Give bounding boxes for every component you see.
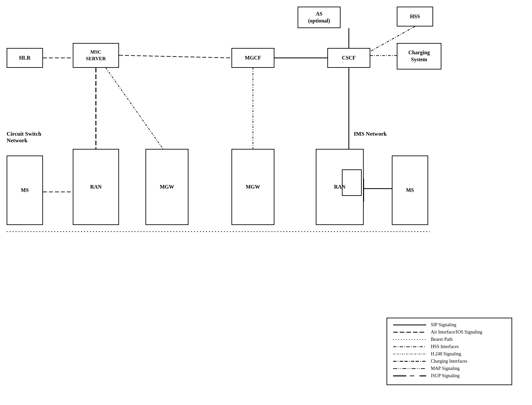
ms-right-node: MS <box>392 156 428 225</box>
charging-system-node: ChargingSystem <box>397 43 441 69</box>
hss-line-icon <box>393 344 426 349</box>
charging-label: Charging Interfaces <box>431 359 468 364</box>
ims-network-label: IMS Network <box>354 131 387 137</box>
legend-sip: SIP Signaling <box>393 322 506 328</box>
isup-line-icon <box>393 374 426 378</box>
hlr-node: HLR <box>7 48 43 68</box>
mgw-right-node: MGW <box>231 149 274 225</box>
ran-left-node: RAN <box>73 149 119 225</box>
as-node: AS(optional) <box>298 7 341 28</box>
legend-hss: HSS Interfaces <box>393 344 506 349</box>
map-label: MAP Signaling <box>431 366 460 371</box>
msc-server-node: MSCSERVER <box>73 43 119 68</box>
hss-label: HSS Interfaces <box>431 344 459 349</box>
circuit-switch-label: Circuit SwitchNetwork <box>7 131 41 144</box>
hss-node: HSS <box>397 7 433 26</box>
map-line-icon <box>393 366 426 371</box>
network-diagram: HLR MSCSERVER MGCF CSCF AS(optional) HSS… <box>0 0 532 405</box>
charging-line-icon <box>393 359 426 364</box>
legend-h248: H.248 Signaling <box>393 351 506 357</box>
bearer-label: Bearer Path <box>431 337 453 342</box>
legend-box: SIP Signaling Air Interface/IOS Signalin… <box>387 318 512 385</box>
air-label: Air Interface/IOS Signaling <box>431 330 482 335</box>
legend-air: Air Interface/IOS Signaling <box>393 330 506 335</box>
h248-label: H.248 Signaling <box>431 351 461 357</box>
air-line-icon <box>393 330 426 335</box>
cscf-node: CSCF <box>327 48 370 68</box>
legend-charging: Charging Interfaces <box>393 359 506 364</box>
svg-line-1 <box>119 55 231 58</box>
mgw-left-node: MGW <box>145 149 188 225</box>
sip-label: SIP Signaling <box>431 322 456 328</box>
h248-line-icon <box>393 352 426 356</box>
mgcf-node: MGCF <box>231 48 274 68</box>
ran-right-node: RAN <box>316 149 364 225</box>
legend-map: MAP Signaling <box>393 366 506 371</box>
bearer-line-icon <box>393 337 426 342</box>
legend-isup: ISUP Signaling <box>393 373 506 379</box>
sip-line-icon <box>393 323 426 327</box>
svg-line-7 <box>106 68 165 152</box>
isup-label: ISUP Signaling <box>431 373 460 379</box>
legend-bearer: Bearer Path <box>393 337 506 342</box>
ms-left-node: MS <box>7 156 43 225</box>
